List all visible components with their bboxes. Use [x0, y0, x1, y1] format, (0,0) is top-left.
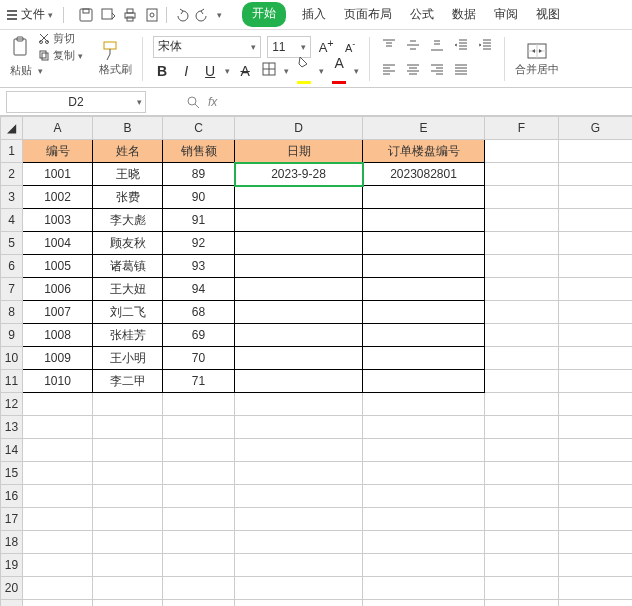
cell[interactable] — [559, 600, 633, 607]
cell[interactable] — [559, 577, 633, 600]
cell[interactable] — [93, 600, 163, 607]
cell[interactable] — [485, 163, 559, 186]
cell[interactable] — [363, 577, 485, 600]
cell[interactable] — [559, 163, 633, 186]
cell[interactable]: 李二甲 — [93, 370, 163, 393]
cell[interactable]: 71 — [163, 370, 235, 393]
cell[interactable] — [485, 324, 559, 347]
print-preview-icon[interactable] — [144, 7, 160, 23]
cell[interactable] — [235, 232, 363, 255]
cell[interactable]: 2023082801 — [363, 163, 485, 186]
row-header[interactable]: 9 — [1, 324, 23, 347]
cell[interactable] — [235, 531, 363, 554]
cell[interactable]: 李大彪 — [93, 209, 163, 232]
cell[interactable]: 姓名 — [93, 140, 163, 163]
print-icon[interactable] — [122, 7, 138, 23]
cell[interactable] — [235, 209, 363, 232]
row-header[interactable]: 18 — [1, 531, 23, 554]
cell[interactable]: 订单楼盘编号 — [363, 140, 485, 163]
cell[interactable] — [363, 301, 485, 324]
align-middle-icon[interactable] — [404, 38, 422, 55]
row-header[interactable]: 15 — [1, 462, 23, 485]
cell[interactable] — [23, 508, 93, 531]
cell[interactable] — [363, 347, 485, 370]
cell[interactable] — [559, 278, 633, 301]
cell[interactable]: 1004 — [23, 232, 93, 255]
cell[interactable] — [559, 255, 633, 278]
paste-icon[interactable] — [10, 36, 32, 58]
align-left-icon[interactable] — [380, 62, 398, 79]
cell[interactable]: 顾友秋 — [93, 232, 163, 255]
cell[interactable] — [485, 508, 559, 531]
cell[interactable] — [23, 416, 93, 439]
cell[interactable] — [93, 462, 163, 485]
cell[interactable] — [363, 255, 485, 278]
cell[interactable] — [235, 301, 363, 324]
cell[interactable] — [485, 577, 559, 600]
cell[interactable] — [363, 324, 485, 347]
indent-increase-icon[interactable] — [476, 38, 494, 55]
justify-icon[interactable] — [452, 62, 470, 79]
font-color-button[interactable]: A — [330, 55, 348, 87]
row-header[interactable]: 14 — [1, 439, 23, 462]
cell[interactable] — [235, 462, 363, 485]
cell[interactable] — [163, 554, 235, 577]
tab-view[interactable]: 视图 — [534, 2, 562, 27]
row-header[interactable]: 19 — [1, 554, 23, 577]
fx-label[interactable]: fx — [208, 95, 217, 109]
cell[interactable] — [235, 324, 363, 347]
cell[interactable] — [559, 462, 633, 485]
row-header[interactable]: 13 — [1, 416, 23, 439]
cell[interactable] — [559, 209, 633, 232]
cell[interactable] — [559, 232, 633, 255]
cell[interactable] — [363, 554, 485, 577]
row-header[interactable]: 8 — [1, 301, 23, 324]
save-icon[interactable] — [78, 7, 94, 23]
cell[interactable] — [559, 301, 633, 324]
spreadsheet-grid[interactable]: ◢ A B C D E F G 1 编号 姓名 销售额 日期 订单楼盘编号 2 … — [0, 116, 632, 606]
tab-layout[interactable]: 页面布局 — [342, 2, 394, 27]
cell[interactable] — [93, 416, 163, 439]
italic-button[interactable]: I — [177, 63, 195, 79]
cell[interactable] — [559, 324, 633, 347]
cell[interactable] — [559, 531, 633, 554]
cell[interactable] — [485, 416, 559, 439]
cell[interactable]: 1003 — [23, 209, 93, 232]
col-header-G[interactable]: G — [559, 117, 633, 140]
cell[interactable]: 王晓 — [93, 163, 163, 186]
cell[interactable] — [93, 554, 163, 577]
cell[interactable] — [235, 600, 363, 607]
merge-cells-icon[interactable] — [526, 40, 548, 62]
cell[interactable] — [235, 577, 363, 600]
cell[interactable]: 1001 — [23, 163, 93, 186]
tab-data[interactable]: 数据 — [450, 2, 478, 27]
cell[interactable] — [93, 439, 163, 462]
cell[interactable] — [235, 416, 363, 439]
cell[interactable] — [559, 554, 633, 577]
cell[interactable] — [485, 393, 559, 416]
cell[interactable] — [363, 393, 485, 416]
cell[interactable]: 销售额 — [163, 140, 235, 163]
increase-font-icon[interactable]: A+ — [317, 37, 335, 55]
tab-insert[interactable]: 插入 — [300, 2, 328, 27]
cell[interactable] — [485, 531, 559, 554]
cell[interactable] — [559, 393, 633, 416]
strike-button[interactable]: A — [236, 63, 254, 79]
fill-color-button[interactable] — [295, 55, 313, 87]
cell[interactable]: 1008 — [23, 324, 93, 347]
cell[interactable] — [363, 531, 485, 554]
cell[interactable]: 92 — [163, 232, 235, 255]
row-header[interactable]: 5 — [1, 232, 23, 255]
cell[interactable]: 1002 — [23, 186, 93, 209]
cell[interactable] — [559, 140, 633, 163]
cell[interactable] — [485, 347, 559, 370]
cell[interactable] — [559, 370, 633, 393]
align-bottom-icon[interactable] — [428, 38, 446, 55]
cell[interactable]: 91 — [163, 209, 235, 232]
cell[interactable] — [559, 439, 633, 462]
cell[interactable]: 张费 — [93, 186, 163, 209]
cell[interactable] — [559, 485, 633, 508]
cell[interactable] — [23, 577, 93, 600]
cell[interactable] — [363, 370, 485, 393]
col-header-A[interactable]: A — [23, 117, 93, 140]
